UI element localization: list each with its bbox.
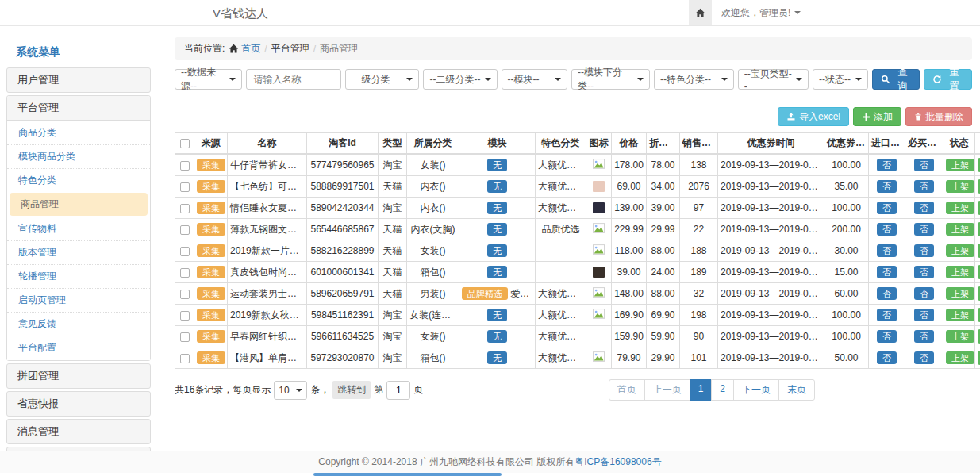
feature-category-select[interactable]: --特色分类-- [654,69,734,90]
module-cell: 无 [459,347,536,369]
must-buy-toggle[interactable]: 否 [914,223,934,236]
module-badge[interactable]: 无 [487,330,507,343]
sidebar-group-1[interactable]: 平台管理 [7,96,150,121]
select-all-checkbox[interactable] [180,139,190,148]
import-select-toggle[interactable]: 否 [877,159,897,171]
row-checkbox[interactable] [180,161,190,171]
status-button[interactable]: 上架 [946,244,974,257]
app-window: V省钱达人 欢迎您，管理员! 系统菜单 用户管理平台管理商品分类模块商品分类特色… [0,0,980,476]
status-button[interactable]: 上架 [946,202,974,214]
sidebar-item-1-1[interactable]: 模块商品分类 [7,144,150,168]
scrollbar-thumb[interactable] [313,473,502,476]
jump-button[interactable]: 跳转到 [332,381,371,399]
item-type-select[interactable]: --宝贝类型-- [738,69,809,90]
must-buy-toggle[interactable]: 否 [914,202,934,214]
page-link-1[interactable]: 上一页 [644,379,690,401]
must-buy-toggle[interactable]: 否 [914,330,934,343]
module-badge[interactable]: 无 [487,309,507,321]
sidebar-item-1-6[interactable]: 轮播管理 [7,264,150,288]
sidebar-item-1-5[interactable]: 版本管理 [7,240,150,264]
must-buy-toggle[interactable]: 否 [914,287,934,300]
must-buy-toggle[interactable]: 否 [914,159,934,171]
status-button[interactable]: 上架 [946,330,974,343]
sidebar-group-3[interactable]: 省惠快报 [7,392,150,416]
status-button[interactable]: 上架 [946,180,974,193]
product-name: 2019新款一片式系... [228,240,307,262]
row-checkbox[interactable] [180,204,190,213]
sidebar-item-1-0[interactable]: 商品分类 [7,121,150,144]
import-select-toggle[interactable]: 否 [877,287,897,300]
module-badge[interactable]: 无 [487,159,507,171]
import-select-toggle[interactable]: 否 [877,180,897,193]
import-select-toggle[interactable]: 否 [877,330,897,343]
page-link-4[interactable]: 下一页 [733,379,779,401]
status-button[interactable]: 上架 [946,309,974,321]
status-button[interactable]: 上架 [946,223,974,236]
must-buy-toggle[interactable]: 否 [914,351,934,364]
level1-category-select[interactable]: 一级分类 [345,69,419,90]
sidebar-item-1-4[interactable]: 宣传物料 [7,217,150,240]
module-subcategory-select[interactable]: --模块下分类-- [571,69,650,90]
import-select-toggle[interactable]: 否 [877,223,897,236]
user-menu[interactable]: 欢迎您，管理员! [721,6,801,20]
import-select-toggle[interactable]: 否 [877,351,897,364]
add-button[interactable]: 添加 [853,107,901,126]
batch-delete-button[interactable]: 批量删除 [905,107,972,126]
sidebar-group-0[interactable]: 用户管理 [7,68,150,92]
row-checkbox[interactable] [180,182,190,192]
page-link-2[interactable]: 1 [690,379,713,401]
import-select-toggle[interactable]: 否 [877,244,897,257]
ops-cell [975,198,980,219]
import-select-toggle[interactable]: 否 [877,202,897,214]
sidebar-item-1-7[interactable]: 启动页管理 [7,288,150,312]
import-select-toggle[interactable]: 否 [877,266,897,278]
must-buy-toggle[interactable]: 否 [914,309,934,321]
row-checkbox[interactable] [180,290,190,299]
module-badge[interactable]: 品牌精选 [462,287,508,300]
sidebar-item-1-9[interactable]: 平台配置 [7,336,150,359]
status-button[interactable]: 上架 [946,266,974,278]
name-input[interactable] [246,69,341,90]
page-link-3[interactable]: 2 [711,379,734,401]
import-select-toggle[interactable]: 否 [877,309,897,321]
import-excel-button[interactable]: 导入excel [778,107,849,126]
sidebar-item-1-2[interactable]: 特色分类 [7,168,150,192]
row-checkbox[interactable] [180,247,190,256]
status-button[interactable]: 上架 [946,287,974,300]
row-checkbox[interactable] [180,268,190,278]
sidebar-group-4[interactable]: 消息管理 [7,420,150,443]
module-badge[interactable]: 无 [487,223,507,236]
module-select[interactable]: --模块-- [502,69,567,90]
module-badge[interactable]: 无 [487,351,507,364]
must-buy-toggle[interactable]: 否 [914,180,934,193]
jump-page-input[interactable] [386,381,410,400]
status-button[interactable]: 上架 [946,159,974,171]
must-buy-toggle[interactable]: 否 [914,266,934,278]
sidebar-item-1-8[interactable]: 意见反馈 [7,312,150,336]
row-checkbox[interactable] [180,311,190,321]
row-checkbox[interactable] [180,332,190,342]
module-badge[interactable]: 无 [487,202,507,214]
data-source-select[interactable]: --数据来源-- [175,69,242,90]
module-badge[interactable]: 无 [487,244,507,257]
module-badge[interactable]: 无 [487,180,507,193]
must-buy-toggle[interactable]: 否 [914,244,934,257]
icp-link[interactable]: 粤ICP备16098006号 [575,455,661,469]
breadcrumb-home-link[interactable]: 首页 [229,42,260,56]
page-link-0[interactable]: 首页 [609,379,645,401]
level2-category-select[interactable]: --二级分类-- [423,69,497,90]
sidebar-group-2[interactable]: 拼团管理 [7,364,150,388]
status-button[interactable]: 上架 [946,351,974,364]
reset-button[interactable]: 重置 [924,69,972,90]
page-link-5[interactable]: 末页 [778,379,815,401]
per-page-select[interactable]: 10 [274,381,307,400]
row-checkbox[interactable] [180,225,190,235]
home-button[interactable] [689,0,712,25]
status-select[interactable]: --状态-- [813,69,868,90]
module-badge[interactable]: 无 [487,266,507,278]
price: 148.00 [612,283,647,305]
caret-down-icon [296,389,302,392]
row-checkbox[interactable] [180,354,190,363]
search-button[interactable]: 查询 [872,69,920,90]
sidebar-item-1-3[interactable]: 商品管理 [10,193,148,216]
